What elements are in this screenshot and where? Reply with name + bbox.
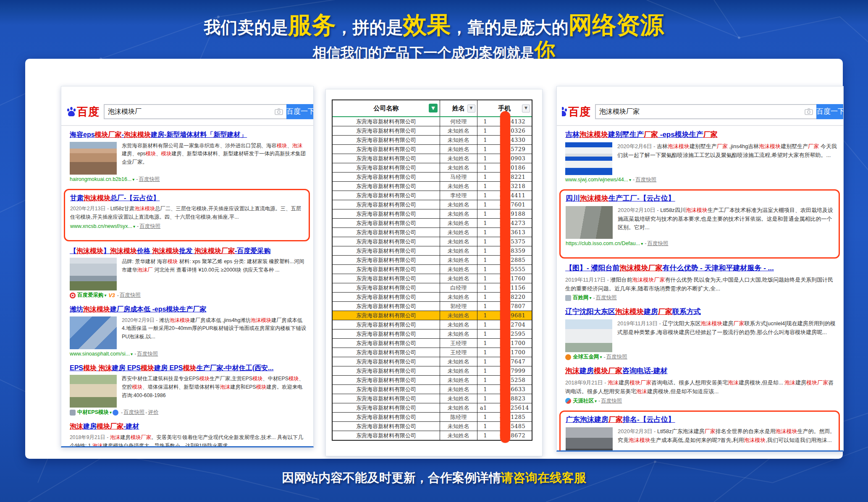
text-segment[interactable]: ▾ — [640, 241, 644, 246]
text-segment[interactable]: 排名-【云占位】 — [623, 416, 675, 424]
text-segment[interactable]: www.sinoasphalt.com/si... — [70, 351, 130, 357]
text-segment[interactable]: -百度爱采购 — [235, 247, 270, 254]
text-segment[interactable]: 泡沫模块 — [83, 306, 110, 313]
result-meta-line[interactable]: www.xncsb.cn/newsf/syx...▾ - 百度快照 — [70, 223, 304, 230]
text-segment[interactable]: https://club.isso.com.cn/Defau... — [566, 241, 640, 246]
text-segment[interactable]: V3 — [108, 293, 116, 298]
text-segment[interactable]: 辽宁沈阳大东区 — [565, 308, 615, 316]
result-title-link[interactable]: 海容eps模块厂家-泡沫模块建房-新型墙体材料「新型建材」 — [70, 130, 307, 139]
text-segment[interactable]: 评价 — [148, 409, 158, 416]
house-photo[interactable] — [70, 142, 117, 175]
text-segment[interactable]: 【图】- 濮阳台前 — [565, 264, 619, 272]
text-segment[interactable]: 【 — [70, 247, 76, 254]
text-segment[interactable]: 厂家 — [658, 308, 672, 316]
text-segment[interactable]: 模块 — [83, 364, 97, 371]
text-segment[interactable]: 泡沫模块厂家 — [194, 247, 235, 254]
text-segment[interactable]: 联系方式 — [672, 308, 701, 316]
result-title-link[interactable]: 泡沫建房模块厂家咨询电话-建材 — [565, 366, 837, 376]
search-button[interactable]: 百度一下 — [816, 104, 843, 119]
text-segment[interactable]: 咨询电话-建材 — [622, 367, 668, 375]
text-segment[interactable]: EPS — [70, 364, 83, 371]
text-segment[interactable]: 生产厂家-中材住工(西安... — [196, 364, 273, 371]
text-segment[interactable]: 潍坊 — [70, 306, 83, 313]
text-segment[interactable]: 模块 — [141, 364, 154, 371]
factory-photo[interactable] — [70, 258, 117, 290]
text-segment[interactable]: 建房-新型墙体材料「新型建材」 — [151, 131, 247, 138]
text-segment[interactable]: 泡沫 — [70, 423, 83, 430]
text-segment[interactable]: 海容eps — [70, 131, 95, 138]
text-segment[interactable]: www.xncsb.cn/newsf/syx... — [70, 223, 132, 229]
result-meta-line[interactable]: 天涯社区▾ - 百度快照 — [565, 397, 837, 405]
search-input[interactable] — [596, 108, 805, 115]
concrete-wall-photo[interactable] — [566, 206, 613, 239]
text-segment[interactable]: 建房 — [83, 423, 97, 430]
text-segment[interactable]: 厂家 — [703, 131, 718, 139]
search-input[interactable] — [105, 108, 275, 115]
text-segment[interactable]: ▾ — [628, 178, 632, 182]
text-segment[interactable]: 泡沫模块 — [124, 131, 151, 138]
text-segment[interactable]: 泡沫模块 — [580, 194, 608, 202]
text-segment[interactable]: 四川 — [566, 194, 580, 202]
text-segment[interactable]: 百度快照 — [596, 294, 617, 301]
text-segment[interactable]: 百度快照 — [606, 353, 627, 361]
dropdown-icon[interactable]: ▼ — [467, 105, 475, 112]
text-segment[interactable]: - — [135, 176, 139, 182]
result-meta-line[interactable]: 全球五金网▾ - 百度快照 — [565, 353, 837, 361]
text-segment[interactable]: 有什么优势 - 天津和平建材服务 - ... — [662, 264, 774, 272]
result-meta-line[interactable]: hairongmokuai.cn.b2b16...▾ - 百度快照 — [70, 176, 307, 183]
result-title-link[interactable]: 潍坊泡沫模块建厂房成本低 -eps模块生产厂家 — [70, 305, 307, 314]
worker-photo[interactable] — [566, 427, 613, 452]
text-segment[interactable]: 生产工厂-【云占位】 — [608, 194, 675, 202]
text-segment[interactable]: - — [593, 295, 596, 301]
aerial-photo[interactable] — [70, 316, 117, 349]
text-segment[interactable]: 模块 — [183, 364, 196, 371]
text-segment[interactable]: 百度快照 — [647, 240, 668, 247]
result-title-link[interactable]: 广东泡沫建房厂家排名-【云占位】 — [566, 415, 834, 425]
text-segment[interactable]: - — [144, 410, 148, 416]
text-segment[interactable]: 百度爱采购 — [77, 292, 104, 299]
result-meta-line[interactable]: www.sjwj.com/wjnews/44...▾ - 百度快照 — [565, 176, 837, 183]
text-segment[interactable]: -建材 — [123, 423, 139, 430]
text-segment[interactable]: 批发 — [179, 247, 194, 254]
text-segment[interactable]: 泡沫模块厂家 — [619, 264, 662, 272]
result-meta-line[interactable]: 百度爱采购▾V3 - 百度快照 — [70, 292, 307, 299]
result-title-link[interactable]: 【图】- 濮阳台前泡沫模块厂家有什么优势 - 天津和平建材服务 - ... — [565, 264, 837, 273]
text-segment[interactable]: 中材EPS模块 — [77, 409, 109, 416]
text-segment[interactable]: 模块厂家 — [97, 423, 123, 430]
result-meta-line[interactable]: https://club.isso.com.cn/Defau...▾ - 百度快… — [566, 240, 834, 247]
text-segment[interactable]: hairongmokuai.cn.b2b16... — [70, 176, 131, 182]
text-segment[interactable]: - — [632, 177, 635, 183]
text-segment[interactable]: 百度快照 — [137, 350, 158, 358]
result-title-link[interactable]: 【泡沫模块】泡沫模块价格 泡沫模块批发 泡沫模块厂家-百度爱采购 — [70, 246, 307, 256]
filter-funnel-icon[interactable]: ▼ — [429, 104, 438, 112]
text-segment[interactable]: -eps模块生产 — [658, 131, 703, 139]
text-segment[interactable]: - — [603, 354, 606, 360]
text-segment[interactable]: - — [134, 351, 137, 357]
text-segment[interactable]: 百姓网 — [573, 294, 589, 301]
text-segment[interactable]: ▾ — [130, 352, 134, 356]
text-segment[interactable]: 建房 EPS — [154, 364, 183, 371]
text-segment[interactable]: 泡沫模块 — [152, 247, 179, 254]
text-segment[interactable]: ▾ — [599, 355, 603, 359]
text-segment[interactable]: 百度快照 — [123, 409, 144, 416]
text-segment[interactable]: 广东泡沫建房 — [566, 416, 608, 424]
white-building-photo[interactable] — [565, 319, 612, 352]
text-segment[interactable]: 泡沫模块 — [580, 131, 608, 139]
text-segment[interactable]: 百度快照 — [601, 397, 622, 405]
text-segment[interactable]: - — [116, 293, 120, 298]
text-segment[interactable]: 建房 EPS — [112, 364, 140, 371]
text-segment[interactable]: 百度快照 — [120, 292, 141, 299]
camera-icon[interactable] — [805, 108, 813, 115]
text-segment[interactable]: 百度快照 — [139, 176, 160, 183]
text-segment[interactable]: 泡沫模块 — [84, 194, 110, 201]
text-segment[interactable]: - — [644, 241, 647, 246]
text-segment[interactable]: - — [136, 223, 139, 229]
text-segment[interactable]: 百度快照 — [635, 176, 656, 183]
text-segment[interactable]: 天涯社区 — [573, 397, 594, 405]
result-title-link[interactable]: 泡沫建房模块厂家-建材 — [70, 422, 307, 431]
greenhouse-photo[interactable] — [70, 375, 117, 408]
text-segment[interactable]: - — [598, 398, 601, 404]
result-title-link[interactable]: EPS模块 泡沫建房 EPS模块建房 EPS模块生产厂家-中材住工(西安... — [70, 363, 307, 373]
result-title-link[interactable]: 吉林泡沫模块建别墅生产厂家 -eps模块生产厂家 — [565, 130, 837, 140]
text-segment[interactable]: ▾ — [131, 177, 135, 182]
